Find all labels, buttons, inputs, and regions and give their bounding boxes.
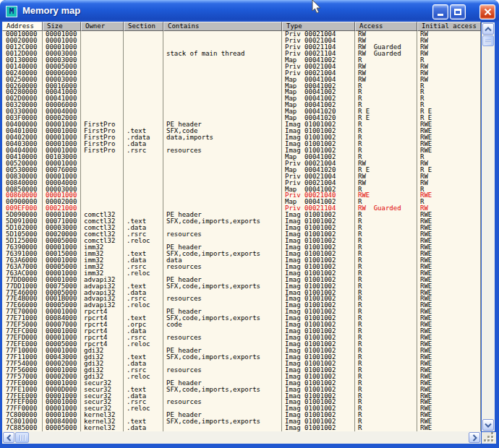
memory-row[interactable]: 0090000000002000Map 00041002RR — [2, 199, 481, 205]
memory-row[interactable]: 5D09000000001000comctl32PE headerImag 01… — [2, 212, 481, 218]
scroll-down-button[interactable] — [482, 419, 494, 431]
column-header-contains[interactable]: Contains — [163, 22, 282, 31]
memory-row[interactable]: 77EFC00000001000rpcrt4.dataImag 01001002… — [2, 328, 481, 335]
memory-row[interactable]: 77E6600000005000advapi32.relocImag 01001… — [2, 302, 481, 309]
memory-row[interactable]: 5D09100000071000comctl32.textSFX,code,im… — [2, 218, 481, 225]
scroll-up-button[interactable] — [482, 23, 494, 35]
titlebar[interactable]: M Memory map — [0, 0, 499, 22]
memory-row[interactable]: 009EF00000021000Priv 00021104RW GuardedR… — [2, 205, 481, 212]
column-header-size[interactable]: Size — [43, 22, 81, 31]
memory-row[interactable]: 7C88500000005000kernel32.dataImag 010010… — [2, 425, 481, 431]
cell-contains — [163, 225, 282, 231]
memory-row[interactable]: 763AC00000001000imm32.relocImag 01001002… — [2, 270, 481, 277]
close-button[interactable] — [479, 4, 495, 20]
cell-owner: FirstPro — [81, 147, 124, 154]
horizontal-scroll-thumb[interactable] — [15, 432, 29, 443]
memory-row[interactable]: 0052000000001000Priv 00021004RWRW — [2, 160, 481, 167]
cell-address: 009EF000 — [2, 205, 43, 212]
memory-row[interactable]: 0033000000004000Map 00041020R ER E — [2, 108, 481, 115]
memory-row[interactable]: 77FE000000001000secur32PE headerImag 010… — [2, 380, 481, 387]
memory-row[interactable]: 0040100000001000FirstPro.textSFX,codeIma… — [2, 128, 481, 134]
memory-row[interactable]: 77F5400000002000gdi32.dataImag 01001002R… — [2, 361, 481, 367]
memory-row[interactable]: 77FEE00000001000secur32.dataImag 0100100… — [2, 393, 481, 400]
memory-row[interactable]: 0040300000001000FirstPro.dataImag 010010… — [2, 141, 481, 147]
memory-row[interactable]: 5D12500000005000comctl32.relocImag 01001… — [2, 238, 481, 244]
memory-row[interactable]: 77FF000000001000secur32.relocImag 010010… — [2, 405, 481, 412]
memory-row[interactable]: 77E7000000001000rpcrt4PE headerImag 0100… — [2, 309, 481, 315]
memory-row[interactable]: 5D10200000003000comctl32.dataImag 010010… — [2, 225, 481, 231]
memory-row[interactable]: 77E4B0000001B000advapi32.rsrcresourcesIm… — [2, 296, 481, 302]
cell-access: R — [355, 341, 417, 348]
column-header-type[interactable]: Type — [282, 22, 355, 31]
vertical-scroll-thumb[interactable] — [482, 35, 494, 46]
cell-section: .data — [124, 290, 163, 296]
memory-row[interactable]: 0040000000001000FirstProPE headerImag 01… — [2, 121, 481, 128]
memory-row[interactable]: 763A600000001000imm32.datadataImag 01001… — [2, 257, 481, 264]
cell-initial: R — [417, 89, 481, 95]
cell-type: Imag 01001002 — [282, 380, 355, 387]
scroll-right-button[interactable] — [469, 432, 480, 443]
memory-row[interactable]: 5D10500000020000comctl32.rsrcresourcesIm… — [2, 231, 481, 238]
cell-owner — [81, 64, 124, 70]
cell-type: Priv 00021004 — [282, 70, 355, 77]
memory-row[interactable]: 0041000000103000Map 00041002RR — [2, 154, 481, 160]
minimize-button[interactable] — [432, 4, 448, 20]
memory-row[interactable]: 77F5600000001000gdi32.rsrcresourcesImag … — [2, 367, 481, 374]
memory-row[interactable]: 0013000000003000Map 00041002RR — [2, 57, 481, 64]
memory-row[interactable]: 77EFD00000001000rpcrt4.rsrcresourcesImag… — [2, 335, 481, 341]
cell-owner: advapi32 — [81, 296, 124, 302]
memory-row[interactable]: 77FE10000000D000secur32.textSFX,code,imp… — [2, 387, 481, 393]
cell-contains — [163, 83, 282, 90]
column-header-initial[interactable]: Initial access — [417, 22, 481, 31]
memory-row[interactable]: 0053000000076000Map 00041020R ER E — [2, 167, 481, 173]
memory-row[interactable]: 763A700000005000imm32.rsrcresourcesImag … — [2, 264, 481, 270]
memory-row[interactable]: 7C80000000001000kernel32PE headerImag 01… — [2, 412, 481, 418]
memory-row[interactable]: 0024000000006000Priv 00021004RWRW — [2, 70, 481, 77]
memory-row[interactable]: 002D000000041000Map 00041002RR — [2, 95, 481, 102]
memory-row[interactable]: 003F000000002000Map 00041020R ER E — [2, 115, 481, 121]
memory-row[interactable]: 0083000000001000Priv 00021004RWRW — [2, 173, 481, 180]
column-header-owner[interactable]: Owner — [81, 22, 124, 31]
memory-row[interactable]: 77EFE00000005000rpcrt4.relocImag 0100100… — [2, 341, 481, 348]
vertical-scrollbar[interactable] — [482, 22, 495, 431]
horizontal-scrollbar[interactable] — [2, 431, 481, 444]
memory-row[interactable]: 7C80100000084000kernel32.textSFX,code,im… — [2, 418, 481, 425]
memory-row[interactable]: 77E4600000005000advapi32.dataImag 010010… — [2, 290, 481, 296]
column-header-section[interactable]: Section — [124, 22, 163, 31]
memory-row[interactable]: 77DD100000075000advapi32.textSFX,code,im… — [2, 283, 481, 290]
memory-row[interactable]: 77FEF00000001000secur32.rsrcresourcesIma… — [2, 399, 481, 405]
memory-row[interactable]: 77F5700000002000gdi32.relocImag 01001002… — [2, 374, 481, 380]
cell-section: .orpc — [124, 322, 163, 328]
window-icon[interactable]: M — [6, 6, 17, 17]
memory-row[interactable]: 0085000000003000Map 00041002RR — [2, 186, 481, 193]
column-header-access[interactable]: Access — [355, 22, 417, 31]
memory-row[interactable]: 0028000000041000Map 00041002RR — [2, 89, 481, 95]
memory-row[interactable]: 77F1100000043000gdi32.textSFX,code,impor… — [2, 354, 481, 361]
memory-row[interactable]: 0025000000003000Map 00041004RWRW — [2, 77, 481, 83]
memory-row[interactable]: 0032000000006000Map 00041002RR — [2, 102, 481, 108]
memory-row[interactable]: 0040400000001000FirstPro.rsrcresourcesIm… — [2, 147, 481, 154]
cell-size: 00002000 — [43, 199, 81, 205]
memory-row[interactable]: 7639100000015000imm32.textSFX,code,impor… — [2, 251, 481, 257]
cell-access: R — [355, 302, 417, 309]
memory-row[interactable]: 0084000000004000Priv 00021004RWRW — [2, 180, 481, 186]
memory-row[interactable]: 0014000000005000Priv 00021004RWRW — [2, 64, 481, 70]
memory-row[interactable]: 77DD000000001000advapi32PE headerImag 01… — [2, 277, 481, 283]
memory-row[interactable]: 0040200000001000FirstPro.rdatadata,impor… — [2, 134, 481, 141]
memory-row[interactable]: 0012D00000003000stack of main threadPriv… — [2, 51, 481, 57]
scroll-left-button[interactable] — [3, 432, 14, 443]
maximize-button[interactable] — [450, 4, 466, 20]
resize-grip[interactable] — [482, 432, 496, 444]
memory-row[interactable]: 0026000000016000Map 00041002RR — [2, 83, 481, 90]
cell-address: 00840000 — [2, 180, 43, 186]
memory-row[interactable]: 77EF500000007000rpcrt4.orpccodeImag 0100… — [2, 322, 481, 328]
cell-size: 00005000 — [43, 425, 81, 431]
memory-row[interactable]: 0001000000001000Priv 00021004RWRW — [2, 31, 481, 38]
memory-row[interactable]: 77E7100000084000rpcrt4.textSFX,code,impo… — [2, 315, 481, 322]
memory-row[interactable]: 77F1000000001000gdi32PE headerImag 01001… — [2, 348, 481, 354]
memory-row[interactable]: 0002000000001000Priv 00021004RWRW — [2, 38, 481, 44]
memory-row[interactable]: 0086000000001000Priv 00021040RWERWE — [2, 192, 481, 199]
memory-row[interactable]: 0012C00000001000Priv 00021104RW GuardedR… — [2, 44, 481, 51]
column-header-address[interactable]: Address — [2, 22, 43, 31]
memory-row[interactable]: 7639000000001000imm32PE headerImag 01001… — [2, 244, 481, 251]
